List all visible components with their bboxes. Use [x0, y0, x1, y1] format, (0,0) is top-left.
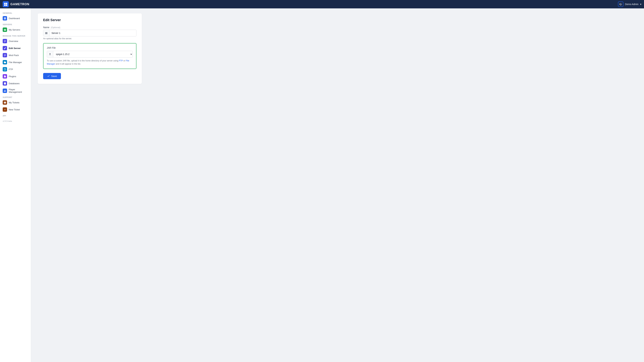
- dashboard-icon: [4, 17, 6, 20]
- svg-rect-4: [4, 17, 5, 18]
- sidebar-section-support: Support My Tickets New Ticket: [0, 94, 31, 113]
- name-input[interactable]: [50, 30, 136, 36]
- name-label: Name (Optional): [43, 26, 136, 29]
- sidebar-item-plugins[interactable]: Plugins: [0, 73, 31, 80]
- sidebar-item-file-manager-label: File Manager: [9, 61, 22, 64]
- user-menu[interactable]: Demo Admin ▾: [618, 2, 641, 7]
- sidebar-item-player-management-label: Player Management: [9, 88, 28, 93]
- main-content: Edit Server Name (Optional) An optional …: [31, 8, 644, 362]
- user-label: Demo Admin: [625, 3, 638, 6]
- sidebar-item-my-servers[interactable]: My Servers: [0, 26, 31, 33]
- sidebar-item-plugins-label: Plugins: [9, 75, 16, 78]
- ftp-icon: [4, 68, 6, 70]
- file-manager-icon: [4, 61, 6, 64]
- chevron-down-icon: ▾: [640, 3, 641, 6]
- sidebar-item-my-tickets[interactable]: My Tickets: [0, 99, 31, 106]
- sidebar-item-new-ticket-label: New Ticket: [9, 108, 20, 111]
- jar-select[interactable]: spigot-1.15.2 spigot-1.16.5 paper-1.15.2…: [53, 51, 132, 57]
- player-management-icon: [4, 90, 6, 92]
- svg-rect-20: [4, 55, 6, 56]
- sidebar-item-dashboard-label: Dashboard: [9, 17, 20, 20]
- sidebar-item-edit-server[interactable]: Edit Server: [0, 44, 31, 52]
- jar-file-section: JAR File spigot-1.15.2 spigot-1.16.5 pap…: [43, 43, 136, 69]
- jar-ftp-link[interactable]: FTP: [119, 60, 123, 62]
- name-prefix-icon: [43, 30, 50, 36]
- svg-point-11: [6, 29, 6, 29]
- sidebar-item-my-tickets-label: My Tickets: [9, 101, 20, 104]
- section-label-servers: Servers: [0, 22, 31, 26]
- svg-rect-0: [4, 3, 6, 4]
- ftp-icon-box: [3, 67, 7, 72]
- sidebar-item-my-servers-label: My Servers: [9, 28, 20, 31]
- jar-hint: To use a custom JAR file, upload it to t…: [47, 59, 133, 66]
- logo: GAMETRON: [3, 1, 29, 7]
- svg-rect-18: [4, 54, 6, 54]
- sidebar-item-databases-label: Databases: [9, 82, 20, 85]
- sidebar-item-overview[interactable]: Overview: [0, 38, 31, 44]
- svg-rect-15: [4, 41, 6, 41]
- mod-pack-icon-box: [3, 53, 7, 57]
- my-tickets-icon-box: [3, 100, 7, 105]
- sidebar-item-ftp-label: FTP: [9, 68, 13, 70]
- sidebar-section-servers: Servers My Servers: [0, 22, 31, 33]
- power-icon: [619, 3, 622, 6]
- user-power-icon: [618, 2, 623, 7]
- sidebar-item-dashboard[interactable]: Dashboard: [0, 15, 31, 22]
- logo-text: GAMETRON: [10, 2, 29, 6]
- svg-rect-5: [5, 17, 6, 18]
- player-management-icon-box: [3, 88, 7, 93]
- file-manager-icon-box: [3, 60, 7, 64]
- plugins-icon-box: [3, 74, 7, 78]
- name-input-wrapper: [43, 30, 136, 36]
- plugins-icon: [4, 75, 6, 78]
- section-label-support: Support: [0, 94, 31, 99]
- mod-pack-icon: [4, 54, 6, 56]
- my-tickets-icon: [4, 101, 6, 104]
- name-form-group: Name (Optional) An optional alias for th…: [43, 26, 136, 40]
- sidebar: General Dashboard Servers My Servers Man…: [0, 8, 31, 362]
- sidebar-item-player-management[interactable]: Player Management: [0, 87, 31, 94]
- jar-hint-text-after: and it will appear in the list.: [55, 63, 81, 65]
- sidebar-item-ftp[interactable]: FTP: [0, 66, 31, 73]
- header: GAMETRON Demo Admin ▾: [0, 0, 644, 8]
- sidebar-item-edit-server-label: Edit Server: [9, 47, 21, 50]
- sidebar-item-mod-pack[interactable]: Mod Pack: [0, 52, 31, 59]
- jar-select-wrapper: spigot-1.15.2 spigot-1.16.5 paper-1.15.2…: [47, 51, 133, 58]
- section-label-api: API: [0, 113, 31, 118]
- server-icon: [45, 32, 48, 34]
- svg-rect-23: [45, 32, 47, 33]
- jar-hint-text-mid: or: [123, 60, 126, 62]
- sidebar-item-databases[interactable]: Databases: [0, 80, 31, 87]
- checkmark-icon: [47, 75, 50, 77]
- sidebar-section-api: API: [0, 113, 31, 118]
- section-label-general: General: [0, 10, 31, 15]
- overview-icon: [4, 40, 6, 42]
- svg-rect-17: [4, 42, 5, 42]
- jar-hint-text-before: To use a custom JAR file, upload it to t…: [47, 60, 119, 62]
- svg-rect-7: [5, 18, 6, 19]
- edit-server-icon: [4, 47, 6, 50]
- name-hint: An optional alias for the server.: [43, 38, 136, 40]
- section-label-manage: Manage This Server: [0, 33, 31, 38]
- name-optional: (Optional): [51, 26, 60, 29]
- sidebar-section-general: General Dashboard: [0, 10, 31, 22]
- sidebar-section-manage: Manage This Server Overview Edit Server …: [0, 33, 31, 94]
- sidebar-item-new-ticket[interactable]: New Ticket: [0, 106, 31, 113]
- edit-server-icon-box: [3, 46, 7, 50]
- sidebar-item-file-manager[interactable]: File Manager: [0, 59, 31, 66]
- edit-server-card: Edit Server Name (Optional) An optional …: [38, 14, 142, 84]
- save-label: Save: [51, 75, 57, 78]
- download-icon: [49, 53, 51, 56]
- sidebar-item-overview-label: Overview: [9, 40, 18, 42]
- svg-point-13: [6, 30, 6, 30]
- svg-rect-1: [6, 3, 7, 4]
- jar-prefix-icon: [47, 51, 53, 57]
- svg-rect-16: [4, 41, 6, 42]
- databases-icon: [4, 82, 6, 85]
- sidebar-version: v2.9.5-beta: [0, 119, 31, 124]
- logo-icon: [3, 1, 9, 7]
- layout: General Dashboard Servers My Servers Man…: [0, 8, 644, 362]
- save-button[interactable]: Save: [43, 73, 61, 79]
- overview-icon-box: [3, 39, 7, 43]
- my-servers-icon-box: [3, 28, 7, 32]
